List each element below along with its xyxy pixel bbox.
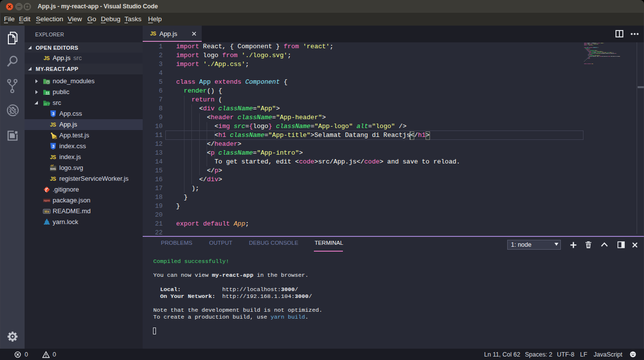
- svg-text:3: 3: [52, 111, 54, 116]
- svg-text:npm: npm: [43, 199, 50, 202]
- svg-text:3: 3: [52, 144, 54, 149]
- svg-text:M: M: [44, 210, 47, 213]
- svg-text:SVG: SVG: [50, 167, 56, 170]
- svg-text:js: js: [54, 136, 57, 139]
- svg-text:js: js: [46, 81, 49, 84]
